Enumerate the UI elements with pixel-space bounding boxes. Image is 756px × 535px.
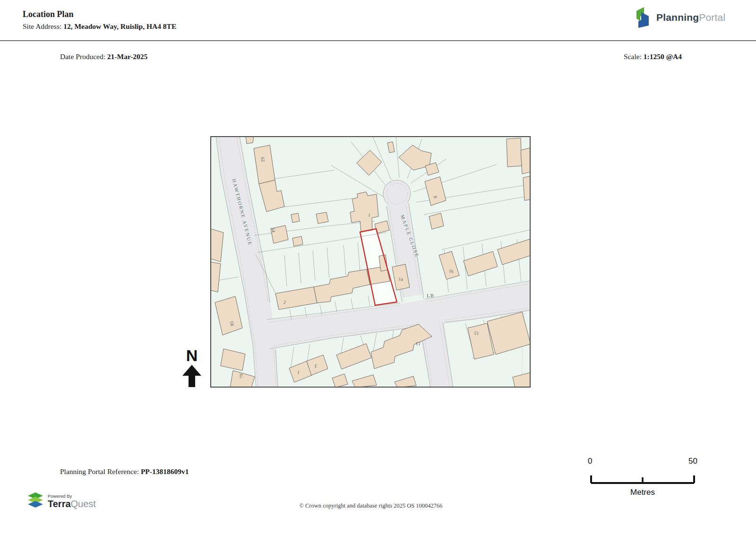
map-label: 62 xyxy=(260,157,266,163)
map-label: 85 xyxy=(229,321,235,327)
header-divider xyxy=(0,40,756,41)
planning-portal-reference: Planning Portal Reference: PP-13818609v1 xyxy=(60,467,189,476)
north-label: N xyxy=(181,347,203,363)
scale-bar-unit: Metres xyxy=(586,488,699,497)
map-frame: HAWTHORNE AVENUEMAPLE CLOSE6254857921816… xyxy=(210,136,531,388)
scale-bar: 0 50 Metres xyxy=(586,457,699,499)
scale-bar-end: 50 xyxy=(688,457,697,466)
planning-portal-wordmark: PlanningPortal xyxy=(656,12,725,23)
map-label: 13 xyxy=(416,341,421,347)
scale-text: Scale: 1:1250 @A4 xyxy=(624,52,682,61)
site-address-value: 12, Meadow Way, Ruislip, HA4 8TE xyxy=(63,22,176,30)
page-title: Location Plan xyxy=(23,9,74,19)
map-label: 79 xyxy=(238,373,244,379)
site-address: Site Address: 12, Meadow Way, Ruislip, H… xyxy=(23,22,176,31)
planning-portal-logo: PlanningPortal xyxy=(634,7,725,28)
map-svg: HAWTHORNE AVENUEMAPLE CLOSE6254857921816… xyxy=(210,136,531,388)
copyright-notice: © Crown copyright and database rights 20… xyxy=(0,502,742,509)
north-arrow: N xyxy=(181,347,203,390)
date-produced: Date Produced: 21-Mar-2025 xyxy=(60,52,147,61)
map-label: 54 xyxy=(270,227,276,233)
planning-portal-logo-icon xyxy=(634,7,652,28)
scale-bar-rule xyxy=(586,469,699,486)
location-plan-page: Location Plan Site Address: 12, Meadow W… xyxy=(0,0,756,535)
scale-bar-start: 0 xyxy=(588,457,592,466)
site-address-label: Site Address: xyxy=(23,22,63,30)
map-label: 15 xyxy=(474,330,479,336)
north-arrow-icon xyxy=(181,363,203,388)
map-label: LB xyxy=(427,293,434,298)
